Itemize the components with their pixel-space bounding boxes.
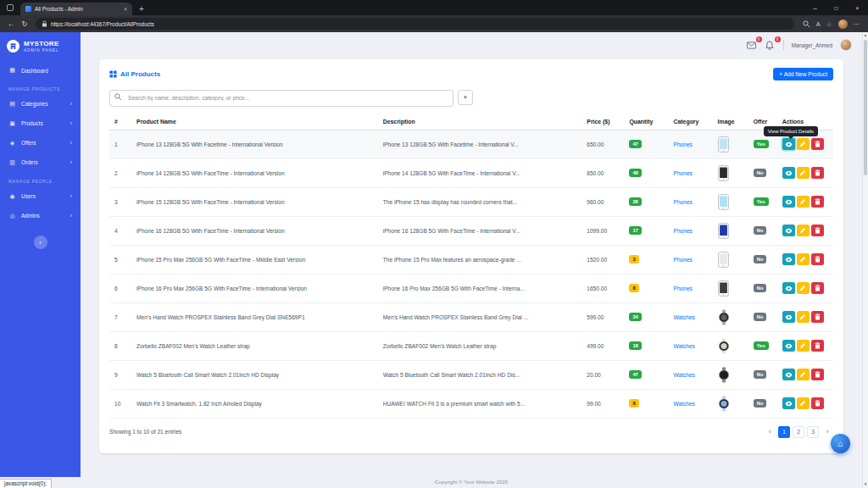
product-image xyxy=(718,252,729,268)
browser-profile-avatar[interactable] xyxy=(838,19,848,29)
table-row: 4iPhone 16 128GB 5G With FaceTime - Inte… xyxy=(109,216,833,245)
refresh-button[interactable]: ↻ xyxy=(19,19,31,28)
row-number: 1 xyxy=(109,130,131,158)
view-button[interactable] xyxy=(782,282,795,294)
pagination-page-button[interactable]: 2 xyxy=(793,426,804,438)
user-avatar[interactable] xyxy=(840,39,852,51)
sidebar-item-dashboard[interactable]: Dashboard xyxy=(0,61,81,80)
workspace-icon xyxy=(7,4,14,11)
view-button[interactable] xyxy=(782,397,795,409)
view-button[interactable] xyxy=(782,253,795,265)
back-button[interactable]: ← xyxy=(5,19,17,28)
messages-button[interactable]: 0 xyxy=(746,40,757,51)
delete-button[interactable] xyxy=(811,369,824,380)
row-number: 4 xyxy=(109,216,131,245)
sidebar-item-label: Users xyxy=(21,193,65,199)
edit-button[interactable] xyxy=(797,138,810,150)
delete-button[interactable] xyxy=(811,311,824,323)
browser-tab[interactable]: All Products - Admin × xyxy=(20,3,132,15)
tab-close-icon[interactable]: × xyxy=(124,6,127,12)
topbar-divider xyxy=(783,40,784,50)
tab-actions-button[interactable] xyxy=(3,0,17,15)
sidebar-item-offers[interactable]: Offers› xyxy=(0,133,81,152)
view-button[interactable] xyxy=(782,225,795,236)
sidebar-item-orders[interactable]: Orders› xyxy=(0,152,81,172)
categories-icon xyxy=(8,101,16,108)
delete-button[interactable] xyxy=(811,167,824,179)
sidebar-item-users[interactable]: Users› xyxy=(0,186,81,206)
view-button[interactable] xyxy=(782,196,795,208)
view-button[interactable] xyxy=(782,167,795,179)
view-button[interactable] xyxy=(782,369,795,380)
delete-button[interactable] xyxy=(811,253,824,265)
scroll-down-icon[interactable]: ▼ xyxy=(863,481,868,488)
zoom-icon[interactable] xyxy=(803,20,810,28)
edit-button[interactable] xyxy=(797,253,810,265)
notifications-button[interactable]: 0 xyxy=(765,40,776,51)
pagination-next-button[interactable]: › xyxy=(821,426,833,438)
category-link[interactable]: Phones xyxy=(674,141,693,147)
user-name: Manager_Ahmed xyxy=(792,42,832,48)
favorites-star-icon[interactable]: ☆ xyxy=(826,20,832,28)
category-link[interactable]: Watches xyxy=(674,314,695,320)
product-description: The iPhone 15 has display has rounded co… xyxy=(378,187,582,216)
product-description: The iPhone 15 Pro Max features an aerosp… xyxy=(378,245,582,274)
eye-icon xyxy=(785,314,793,320)
delete-button[interactable] xyxy=(811,340,824,352)
card-header: All Products + Add New Product xyxy=(109,68,833,80)
sidebar-item-admins[interactable]: Admins› xyxy=(0,206,81,225)
sidebar-item-categories[interactable]: Categories› xyxy=(0,94,81,114)
delete-button[interactable] xyxy=(811,282,824,294)
pagination-page-button[interactable]: 1 xyxy=(778,426,790,438)
category-link[interactable]: Watches xyxy=(674,372,695,378)
page-title-text: All Products xyxy=(120,70,160,78)
new-tab-button[interactable]: + xyxy=(139,3,144,15)
scrollbar[interactable]: ▲ ▼ xyxy=(862,32,868,488)
delete-button[interactable] xyxy=(811,196,824,208)
add-new-product-button[interactable]: + Add New Product xyxy=(773,68,833,80)
quantity-badge: 3 xyxy=(629,255,638,263)
scrollbar-thumb[interactable] xyxy=(864,40,867,175)
edit-button[interactable] xyxy=(797,397,810,409)
scroll-home-button[interactable]: ⌂ xyxy=(831,434,850,453)
table-row: 1iPhone 13 128GB 5G With Facetime - Inte… xyxy=(109,130,833,158)
edit-button[interactable] xyxy=(797,196,810,208)
maximize-button[interactable]: □ xyxy=(826,0,847,15)
category-link[interactable]: Phones xyxy=(674,257,693,263)
edit-button[interactable] xyxy=(797,167,810,179)
category-link[interactable]: Phones xyxy=(674,170,693,176)
edit-button[interactable] xyxy=(797,311,810,323)
edit-button[interactable] xyxy=(797,282,810,294)
pagination-prev-button[interactable]: ‹ xyxy=(764,426,776,438)
sidebar-item-products[interactable]: Products› xyxy=(0,114,81,133)
read-aloud-icon[interactable]: A xyxy=(816,20,821,28)
product-image xyxy=(718,396,730,412)
category-link[interactable]: Phones xyxy=(674,286,693,291)
edit-button[interactable] xyxy=(797,340,810,352)
clear-search-button[interactable]: × xyxy=(458,90,473,105)
view-button[interactable] xyxy=(782,311,795,323)
scroll-up-icon[interactable]: ▲ xyxy=(863,32,868,39)
main-content: 0 0 Manager_Ahmed All Products + Add N xyxy=(81,32,862,477)
notifications-count-badge: 0 xyxy=(775,36,781,42)
edit-button[interactable] xyxy=(797,369,810,380)
delete-button[interactable] xyxy=(811,225,824,236)
delete-button[interactable] xyxy=(811,138,824,150)
tab-title: All Products - Admin xyxy=(35,6,120,12)
delete-button[interactable] xyxy=(811,397,824,409)
close-button[interactable]: × xyxy=(847,0,868,15)
category-link[interactable]: Watches xyxy=(674,401,695,407)
category-link[interactable]: Watches xyxy=(674,343,695,349)
address-bar[interactable]: https://localhost:44367/Product/AllProdu… xyxy=(36,18,794,30)
brand: MYSTORE ADMIN PANEL xyxy=(0,32,81,61)
settings-dots-icon[interactable]: ⋯ xyxy=(854,20,860,28)
search-input[interactable] xyxy=(109,90,453,107)
minimize-button[interactable]: ─ xyxy=(804,0,826,15)
view-button[interactable] xyxy=(782,340,795,352)
category-link[interactable]: Phones xyxy=(674,199,693,205)
pagination-page-button[interactable]: 3 xyxy=(807,426,819,438)
edit-button[interactable] xyxy=(797,225,810,236)
all-products-card: All Products + Add New Product × #Prod xyxy=(99,59,843,453)
category-link[interactable]: Phones xyxy=(674,228,693,234)
sidebar-collapse-button[interactable]: ‹ xyxy=(34,236,47,249)
